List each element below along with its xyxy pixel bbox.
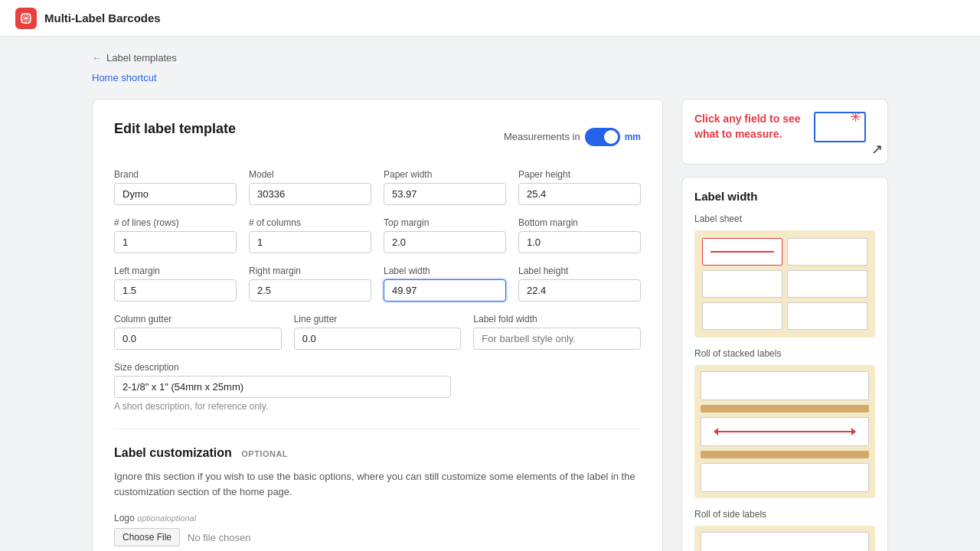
paper-width-input[interactable] xyxy=(384,183,506,205)
sheet-cell-top-left xyxy=(702,238,782,266)
size-desc-hint: A short description, for reference only. xyxy=(114,401,641,412)
logo-label-row: Logo optionaloptional xyxy=(114,513,641,523)
sheet-cell-bot-left xyxy=(702,302,782,330)
paper-height-field-group: Paper height xyxy=(518,169,641,205)
label-fold-label: Label fold width xyxy=(473,314,641,324)
right-margin-input[interactable] xyxy=(249,279,371,302)
no-file-text: No file chosen xyxy=(188,532,250,543)
tip-rect: ✳ xyxy=(814,112,866,142)
tip-box: Click any field to see what to measure. … xyxy=(681,99,888,165)
line-gutter-label: Line gutter xyxy=(294,314,462,324)
left-margin-label: Left margin xyxy=(114,266,237,276)
column-gutter-label: Column gutter xyxy=(114,314,282,324)
top-margin-input[interactable] xyxy=(384,231,506,253)
label-width-input[interactable] xyxy=(384,279,506,302)
columns-label: # of columns xyxy=(249,217,371,228)
top-margin-field-group: Top margin xyxy=(384,217,506,253)
roll-separator-2 xyxy=(701,451,869,458)
measurements-toggle-group: Measurements in mm xyxy=(504,128,641,146)
side-roll-inner xyxy=(701,532,869,551)
size-desc-label: Size description xyxy=(114,362,641,373)
sheet-cell-top-right xyxy=(787,238,867,266)
label-width-title: Label width xyxy=(694,190,875,203)
roll-separator-1 xyxy=(701,405,869,412)
line-gutter-input[interactable] xyxy=(294,328,462,350)
size-description-group: Size description A short description, fo… xyxy=(114,362,641,412)
sheet-grid xyxy=(702,238,867,330)
column-gutter-input[interactable] xyxy=(114,328,282,350)
top-margin-label: Top margin xyxy=(384,217,506,228)
unit-label: mm xyxy=(625,132,641,142)
brand-label: Brand xyxy=(114,169,237,180)
customization-description: Ignore this section if you wish to use t… xyxy=(114,469,641,499)
unit-toggle[interactable] xyxy=(585,128,620,146)
app-title: Multi-Label Barcodes xyxy=(44,11,161,24)
model-input[interactable] xyxy=(249,183,371,205)
field-row-2: # of lines (rows) # of columns Top margi… xyxy=(114,217,641,253)
label-fold-field-group: Label fold width xyxy=(473,314,641,350)
sheet-cell-mid-right xyxy=(787,270,867,298)
paper-width-field-group: Paper width xyxy=(384,169,506,205)
customization-title-row: Label customization OPTIONAL xyxy=(114,446,641,460)
lines-field-group: # of lines (rows) xyxy=(114,217,237,253)
tip-image: ✳ ↗ xyxy=(814,112,875,152)
main-layout: Edit label template Measurements in mm B… xyxy=(92,99,888,551)
left-margin-field-group: Left margin xyxy=(114,266,237,302)
topbar: Multi-Label Barcodes xyxy=(0,0,980,37)
customization-title-text: Label customization xyxy=(114,446,232,459)
line-gutter-field-group: Line gutter xyxy=(294,314,462,350)
lines-label: # of lines (rows) xyxy=(114,217,237,228)
label-height-field-group: Label height xyxy=(518,266,641,302)
breadcrumb: ← Label templates xyxy=(92,52,888,64)
tip-text: Click any field to see what to measure. xyxy=(694,112,803,142)
label-width-label: Label width xyxy=(384,266,506,276)
roll-label-bot xyxy=(701,463,869,492)
home-shortcut-link[interactable]: Home shortcut xyxy=(92,72,157,83)
bottom-margin-input[interactable] xyxy=(518,231,641,253)
label-height-input[interactable] xyxy=(518,279,641,302)
label-width-box: Label width Label sheet Roll of stacked … xyxy=(681,177,888,551)
roll-stacked-diagram-label: Roll of stacked labels xyxy=(694,348,875,359)
roll-side-diagram-label: Roll of side labels xyxy=(694,509,875,520)
model-field-group: Model xyxy=(249,169,371,205)
brand-input[interactable] xyxy=(114,183,237,205)
roll-label-mid xyxy=(701,417,869,446)
measurements-row: Edit label template Measurements in mm xyxy=(114,121,641,152)
measurements-label: Measurements in xyxy=(504,131,580,142)
customization-optional-badge: OPTIONAL xyxy=(241,449,288,458)
paper-width-label: Paper width xyxy=(384,169,506,180)
right-margin-label: Right margin xyxy=(249,266,371,276)
sheet-cell-bot-right xyxy=(787,302,867,330)
breadcrumb-arrow: ← xyxy=(92,52,102,64)
label-width-field-group: Label width xyxy=(384,266,506,302)
page-content: ← Label templates Home shortcut Edit lab… xyxy=(69,37,911,551)
columns-input[interactable] xyxy=(249,231,371,253)
sheet-cell-mid-left xyxy=(702,270,782,298)
side-roll-diagram xyxy=(694,526,875,551)
form-title: Edit label template xyxy=(114,121,236,137)
label-sheet-diagram xyxy=(694,230,875,337)
field-row-4: Column gutter Line gutter Label fold wid… xyxy=(114,314,641,350)
size-desc-input[interactable] xyxy=(114,376,451,398)
field-row-3: Left margin Right margin Label width Lab… xyxy=(114,266,641,302)
label-sheet-diagram-label: Label sheet xyxy=(694,214,875,224)
paper-height-label: Paper height xyxy=(518,169,641,180)
model-label: Model xyxy=(249,169,371,180)
bottom-margin-field-group: Bottom margin xyxy=(518,217,641,253)
app-logo xyxy=(15,8,37,29)
field-row-1: Brand Model Paper width Paper height xyxy=(114,169,641,205)
paper-height-input[interactable] xyxy=(518,183,641,205)
lines-input[interactable] xyxy=(114,231,237,253)
roll-arrow xyxy=(714,431,854,432)
sparkle-icon: ✳ xyxy=(850,109,861,126)
choose-file-button[interactable]: Choose File xyxy=(114,528,180,546)
right-panel: Click any field to see what to measure. … xyxy=(681,99,888,551)
columns-field-group: # of columns xyxy=(249,217,371,253)
label-fold-input[interactable] xyxy=(473,328,641,350)
roll-label-top xyxy=(701,371,869,400)
file-input-row: Choose File No file chosen xyxy=(114,528,641,546)
form-panel: Edit label template Measurements in mm B… xyxy=(92,99,663,551)
size-desc-field-group: Size description xyxy=(114,362,641,398)
breadcrumb-link[interactable]: Label templates xyxy=(106,52,177,64)
left-margin-input[interactable] xyxy=(114,279,237,302)
